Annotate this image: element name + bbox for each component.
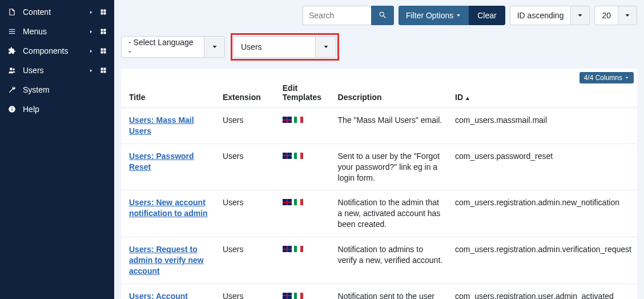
users-icon [7, 66, 17, 74]
grid-icon[interactable] [99, 67, 107, 74]
id-cell: com_users.massmail.mail [449, 108, 637, 144]
template-title-link[interactable]: Users: Password Reset [129, 152, 194, 172]
clear-button[interactable]: Clear [469, 6, 505, 25]
sidebar-item-components[interactable]: Components [0, 41, 114, 61]
main-content: Filter Options Clear ID ascending 20 - S… [114, 0, 644, 299]
chevron-down-icon [204, 37, 224, 57]
svg-rect-2 [101, 13, 103, 15]
chevron-down-icon [456, 11, 461, 20]
flag-gb-icon[interactable] [283, 199, 292, 205]
svg-rect-11 [101, 49, 103, 51]
table-row: Users: Password ResetUsersSent to a user… [121, 143, 637, 190]
template-title-link[interactable]: Users: Account activated by admin [129, 292, 201, 299]
filter-options-label: Filter Options [406, 11, 453, 20]
search-group [303, 6, 394, 25]
sidebar-item-help[interactable]: Help [0, 99, 114, 119]
page-size-select[interactable]: 20 [594, 6, 637, 25]
col-header-edit[interactable]: Edit Templates [277, 69, 332, 108]
svg-rect-1 [104, 10, 106, 12]
search-button[interactable] [371, 6, 394, 25]
description-cell: Sent to a user by the "Forgot your passw… [332, 143, 450, 190]
description-cell: Notification to admins to verify a new, … [332, 237, 450, 284]
flag-gb-icon[interactable] [283, 293, 292, 299]
svg-rect-9 [101, 32, 103, 34]
filter-options-button[interactable]: Filter Options [399, 6, 469, 25]
description-cell: Notification sent to the user that the n… [332, 284, 450, 299]
sidebar-item-menus[interactable]: Menus [0, 22, 114, 41]
svg-rect-19 [101, 71, 103, 73]
svg-rect-23 [11, 107, 12, 108]
svg-rect-5 [9, 31, 15, 31]
svg-rect-0 [101, 10, 103, 12]
component-select[interactable]: Users [234, 36, 336, 58]
sort-asc-icon: ▲ [465, 95, 470, 101]
flag-it-icon[interactable] [294, 153, 303, 159]
puzzle-icon [7, 47, 17, 55]
flag-it-icon[interactable] [294, 199, 303, 205]
grid-icon[interactable] [99, 28, 107, 35]
content-area: 4/4 Columns Title Extension Edit Templat… [121, 69, 637, 299]
wrench-icon [7, 86, 17, 94]
col-header-title[interactable]: Title [121, 69, 217, 108]
sidebar-item-label: Components [23, 46, 87, 55]
chevron-right-icon [87, 10, 95, 15]
table-row: Users: Account activated by adminUsersNo… [121, 284, 637, 299]
col-header-description[interactable]: Description [332, 69, 450, 108]
svg-rect-3 [104, 13, 106, 15]
chevron-right-icon [87, 49, 95, 54]
flag-gb-icon[interactable] [283, 117, 292, 123]
svg-point-16 [13, 69, 15, 71]
template-title-link[interactable]: Users: Mass Mail Users [129, 115, 194, 135]
component-select-label: Users [234, 37, 315, 57]
page-size-label: 20 [595, 6, 618, 25]
chevron-down-icon [315, 37, 336, 57]
columns-toggle[interactable]: 4/4 Columns [579, 72, 634, 83]
template-title-link[interactable]: Users: New account notification to admin [129, 198, 208, 218]
sort-label: ID ascending [510, 6, 571, 25]
flag-it-icon[interactable] [294, 117, 303, 123]
id-cell: com_users.password_reset [449, 143, 637, 190]
language-select[interactable]: - Select Language - [121, 36, 225, 58]
flag-it-icon[interactable] [294, 293, 303, 299]
sort-select[interactable]: ID ascending [510, 6, 590, 25]
flag-it-icon[interactable] [294, 246, 303, 252]
sidebar-item-content[interactable]: Content [0, 2, 114, 22]
svg-point-24 [380, 12, 384, 16]
sidebar-item-label: System [23, 85, 107, 94]
sidebar-item-users[interactable]: Users [0, 61, 114, 80]
search-input[interactable] [303, 6, 371, 25]
sidebar: Content Menus Components Users System [0, 0, 114, 299]
file-icon [7, 8, 17, 16]
grid-icon[interactable] [99, 9, 107, 15]
sidebar-item-system[interactable]: System [0, 80, 114, 99]
table-row: Users: Request to admin to verify new ac… [121, 237, 637, 284]
sidebar-item-label: Content [23, 7, 87, 17]
edit-templates-cell [277, 190, 332, 237]
flag-gb-icon[interactable] [283, 153, 292, 159]
col-header-extension[interactable]: Extension [217, 69, 277, 108]
filter-row: - Select Language - Users [114, 31, 644, 69]
extension-cell: Users [217, 143, 277, 190]
id-cell: com_users.registration.user.admin_activa… [449, 284, 637, 299]
edit-templates-cell [277, 108, 332, 144]
sidebar-item-label: Help [23, 105, 107, 114]
chevron-right-icon [87, 68, 95, 73]
flag-gb-icon[interactable] [283, 246, 292, 252]
id-cell: com_users.registration.admin.new_notific… [449, 190, 637, 237]
edit-templates-cell [277, 284, 332, 299]
description-cell: Notification to the admin that a new, ac… [332, 190, 450, 237]
templates-table: Title Extension Edit Templates Descripti… [121, 69, 637, 299]
filter-clear-group: Filter Options Clear [399, 6, 505, 25]
grid-icon[interactable] [99, 47, 107, 54]
svg-rect-12 [104, 49, 106, 51]
extension-cell: Users [217, 108, 277, 144]
sidebar-item-label: Menus [23, 27, 87, 36]
svg-line-25 [384, 15, 386, 18]
language-select-label: - Select Language - [122, 37, 204, 57]
clear-label: Clear [477, 11, 496, 20]
chevron-down-icon [571, 6, 589, 25]
template-title-link[interactable]: Users: Request to admin to verify new ac… [129, 245, 204, 276]
extension-cell: Users [217, 237, 277, 284]
svg-rect-22 [11, 109, 12, 111]
chevron-right-icon [87, 29, 95, 34]
